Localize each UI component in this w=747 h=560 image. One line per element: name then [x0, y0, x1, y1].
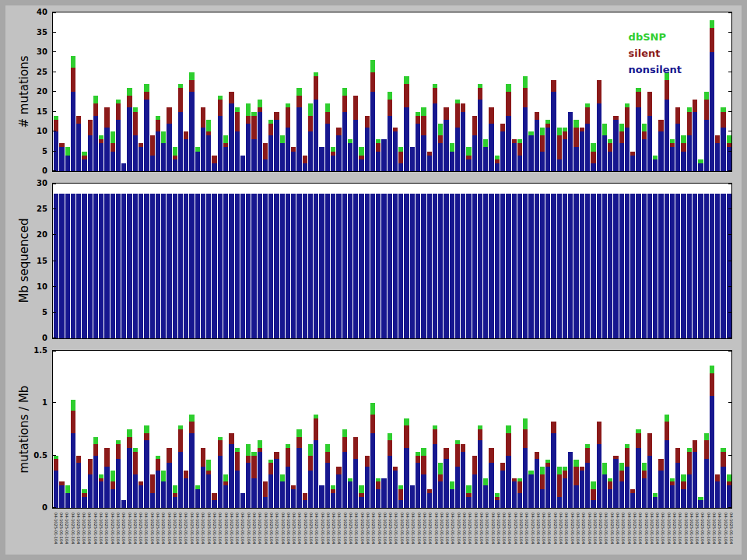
- bar: [630, 351, 635, 508]
- bar-segment-mb-sequenced: [698, 194, 703, 338]
- bar-segment-silent: [189, 80, 194, 92]
- bar-segment-dbsnp: [71, 56, 75, 68]
- bar: [76, 184, 81, 338]
- bar-segment-silent: [303, 156, 307, 163]
- bar: [314, 351, 318, 508]
- bar-segment-mb-sequenced: [353, 194, 358, 338]
- bar-segment-silent: [591, 152, 595, 163]
- bar-segment-mb-sequenced: [173, 194, 177, 338]
- bar: [381, 184, 386, 338]
- x-tick-label: 04-1025-01-104: [644, 513, 648, 558]
- bar-segment-nonsilent: [585, 124, 590, 171]
- bar-segment-mb-sequenced: [687, 194, 692, 338]
- x-tick-label: 04-1025-01-104: [275, 513, 279, 558]
- x-tick-label: 04-1025-01-104: [654, 513, 659, 558]
- bar-segment-mb-sequenced: [139, 194, 143, 338]
- bar-segment-mb-sequenced: [376, 194, 381, 338]
- y-tick-label: 15: [37, 108, 47, 116]
- bar: [704, 12, 709, 171]
- bar-segment-mb-sequenced: [715, 194, 720, 338]
- bar-segment-mb-sequenced: [478, 194, 482, 338]
- bar-segment-nonsilent: [619, 481, 624, 508]
- bar-segment-dbsnp: [540, 467, 545, 474]
- bar: [308, 184, 313, 338]
- x-tick-label: 04-1025-01-104: [127, 513, 132, 558]
- bar: [715, 351, 720, 508]
- bar-segment-nonsilent: [500, 131, 505, 171]
- bar-segment-silent: [325, 452, 330, 463]
- bar-segment-dbsnp: [438, 124, 443, 135]
- bar-segment-silent: [540, 135, 545, 151]
- bar-segment-nonsilent: [104, 467, 109, 508]
- bar-segment-mb-sequenced: [710, 194, 714, 338]
- bar-segment-mb-sequenced: [421, 194, 426, 338]
- bar-segment-nonsilent: [433, 103, 437, 171]
- bar-segment-nonsilent: [76, 463, 81, 508]
- bar-segment-silent: [721, 452, 725, 467]
- bar-segment-silent: [404, 84, 409, 108]
- bar-segment-mb-sequenced: [59, 194, 64, 338]
- bar-segment-mb-sequenced: [286, 194, 290, 338]
- bar: [433, 184, 437, 338]
- bar: [99, 12, 103, 171]
- bar-segment-nonsilent: [721, 128, 725, 171]
- y-tick-label: 20: [37, 88, 47, 96]
- bar-segment-silent: [585, 107, 590, 123]
- x-tick-label: 04-1025-01-104: [689, 513, 693, 558]
- bar-segment-mb-sequenced: [512, 194, 517, 338]
- bar: [710, 351, 714, 508]
- x-tick-label: 04-1025-01-104: [666, 513, 671, 558]
- tick-mark: [53, 151, 56, 152]
- bar-segment-mb-sequenced: [647, 194, 652, 338]
- bar-segment-mb-sequenced: [613, 194, 618, 338]
- bars-container-mutations-per-mb: [53, 351, 731, 508]
- bar-segment-nonsilent: [189, 92, 194, 171]
- bar-segment-nonsilent: [212, 500, 216, 508]
- bar-segment-silent: [388, 100, 392, 115]
- bar-segment-nonsilent: [201, 128, 205, 171]
- bar-segment-silent: [710, 28, 714, 52]
- bar: [76, 12, 81, 171]
- bar: [173, 351, 177, 508]
- bar: [184, 12, 188, 171]
- bar: [218, 12, 223, 171]
- x-tick-label: 04-1025-01-104: [65, 513, 69, 558]
- x-tick-label: 04-1025-01-104: [218, 513, 223, 558]
- bar: [93, 12, 98, 171]
- y-tick-label: 25: [37, 205, 47, 213]
- bar-segment-silent: [189, 422, 194, 432]
- bar: [591, 12, 595, 171]
- bar: [398, 184, 403, 338]
- bar-segment-dbsnp: [223, 474, 228, 482]
- panel-mb-sequenced: 051015202530: [52, 183, 732, 339]
- bar-segment-nonsilent: [715, 143, 720, 171]
- bar: [353, 12, 358, 171]
- bar: [178, 184, 183, 338]
- bar-segment-mb-sequenced: [455, 194, 460, 338]
- tick-mark: [53, 261, 56, 261]
- bar-segment-nonsilent: [591, 163, 595, 171]
- bar: [206, 184, 211, 338]
- bar-segment-nonsilent: [82, 159, 86, 171]
- bar-segment-mb-sequenced: [121, 194, 126, 338]
- bar: [506, 351, 510, 508]
- bar-segment-nonsilent: [303, 500, 307, 508]
- bar: [483, 12, 488, 171]
- bar-segment-mb-sequenced: [506, 194, 510, 338]
- x-tick-label: 04-1025-01-104: [325, 513, 330, 558]
- bar: [727, 184, 731, 338]
- bar-segment-mb-sequenced: [370, 194, 375, 338]
- bar: [121, 12, 126, 171]
- tick-mark: [728, 170, 731, 171]
- bar-segment-dbsnp: [727, 474, 731, 482]
- bar-segment-mb-sequenced: [721, 194, 725, 338]
- x-tick-label: 04-1025-01-104: [604, 513, 608, 558]
- bar-segment-dbsnp: [189, 72, 194, 80]
- bar-segment-nonsilent: [71, 433, 75, 508]
- tick-mark: [728, 312, 731, 313]
- bar-segment-dbsnp: [342, 429, 347, 437]
- x-tick-label: 04-1025-01-104: [683, 513, 688, 558]
- bar: [523, 184, 528, 338]
- bar-segment-mb-sequenced: [336, 194, 341, 338]
- y-tick-label: 10: [37, 128, 47, 135]
